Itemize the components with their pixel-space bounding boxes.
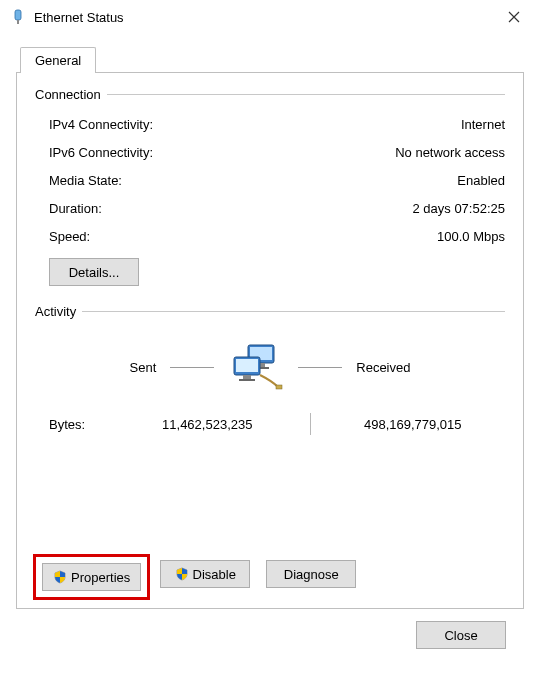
media-label: Media State: bbox=[49, 173, 122, 188]
tabstrip: General bbox=[20, 44, 524, 72]
action-button-row: Properties Disable bbox=[35, 560, 505, 594]
ipv6-label: IPv6 Connectivity: bbox=[49, 145, 153, 160]
divider bbox=[310, 413, 311, 435]
speed-label: Speed: bbox=[49, 229, 90, 244]
svg-rect-9 bbox=[239, 379, 255, 381]
sent-label: Sent bbox=[130, 360, 157, 375]
row-duration: Duration: 2 days 07:52:25 bbox=[49, 194, 505, 222]
tab-general-label: General bbox=[35, 53, 81, 68]
received-label: Received bbox=[356, 360, 410, 375]
close-button[interactable]: Close bbox=[416, 621, 506, 649]
bytes-sent-value: 11,462,523,235 bbox=[115, 417, 300, 432]
bytes-row: Bytes: 11,462,523,235 498,169,779,015 bbox=[35, 413, 505, 435]
dialog-footer: Close bbox=[16, 609, 524, 661]
tab-general[interactable]: General bbox=[20, 47, 96, 73]
bytes-label: Bytes: bbox=[35, 417, 115, 432]
group-connection-label: Connection bbox=[35, 87, 107, 102]
svg-rect-10 bbox=[276, 385, 282, 389]
group-connection-header: Connection bbox=[35, 87, 505, 102]
diagnose-button-label: Diagnose bbox=[284, 567, 339, 582]
close-button-label: Close bbox=[444, 628, 477, 643]
group-activity-header: Activity bbox=[35, 304, 505, 319]
divider bbox=[107, 94, 505, 95]
ethernet-status-window: Ethernet Status General Connection IPv4 … bbox=[0, 0, 540, 675]
disable-button-label: Disable bbox=[193, 567, 236, 582]
properties-button-label: Properties bbox=[71, 570, 130, 585]
close-icon[interactable] bbox=[494, 2, 534, 32]
divider bbox=[82, 311, 505, 312]
connection-table: IPv4 Connectivity: Internet IPv6 Connect… bbox=[35, 110, 505, 250]
duration-label: Duration: bbox=[49, 201, 102, 216]
disable-button[interactable]: Disable bbox=[160, 560, 250, 588]
tabpage-general: Connection IPv4 Connectivity: Internet I… bbox=[16, 72, 524, 609]
highlight-properties: Properties bbox=[33, 554, 150, 600]
row-speed: Speed: 100.0 Mbps bbox=[49, 222, 505, 250]
details-button[interactable]: Details... bbox=[49, 258, 139, 286]
uac-shield-icon bbox=[175, 567, 189, 581]
row-ipv6: IPv6 Connectivity: No network access bbox=[49, 138, 505, 166]
divider bbox=[170, 367, 214, 368]
svg-rect-8 bbox=[243, 375, 251, 379]
group-activity-label: Activity bbox=[35, 304, 82, 319]
svg-rect-1 bbox=[17, 20, 19, 24]
details-button-label: Details... bbox=[69, 265, 120, 280]
ipv4-label: IPv4 Connectivity: bbox=[49, 117, 153, 132]
svg-rect-0 bbox=[15, 10, 21, 20]
ipv6-value: No network access bbox=[395, 145, 505, 160]
network-computers-icon bbox=[228, 343, 284, 391]
speed-value: 100.0 Mbps bbox=[437, 229, 505, 244]
properties-button[interactable]: Properties bbox=[42, 563, 141, 591]
row-media: Media State: Enabled bbox=[49, 166, 505, 194]
window-title: Ethernet Status bbox=[34, 10, 494, 25]
ethernet-icon bbox=[10, 9, 26, 25]
ipv4-value: Internet bbox=[461, 117, 505, 132]
media-value: Enabled bbox=[457, 173, 505, 188]
uac-shield-icon bbox=[53, 570, 67, 584]
diagnose-button[interactable]: Diagnose bbox=[266, 560, 356, 588]
titlebar: Ethernet Status bbox=[0, 0, 540, 34]
bytes-received-value: 498,169,779,015 bbox=[321, 417, 506, 432]
duration-value: 2 days 07:52:25 bbox=[412, 201, 505, 216]
activity-graphic: Sent bbox=[35, 335, 505, 399]
divider bbox=[298, 367, 342, 368]
svg-rect-7 bbox=[236, 359, 258, 372]
row-ipv4: IPv4 Connectivity: Internet bbox=[49, 110, 505, 138]
client-area: General Connection IPv4 Connectivity: In… bbox=[0, 34, 540, 675]
